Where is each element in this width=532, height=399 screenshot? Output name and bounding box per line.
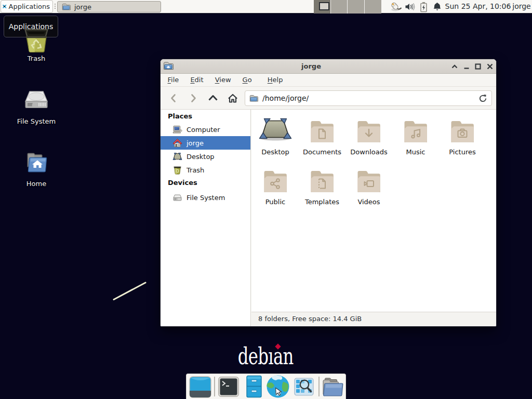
trash-icon [172, 165, 182, 175]
shade-button[interactable] [450, 62, 459, 71]
workspace-1[interactable] [314, 0, 331, 14]
statusbar: 8 folders, Free space: 14.4 GiB [251, 312, 496, 326]
sidebar: Places Computer [161, 110, 251, 326]
up-button[interactable] [206, 91, 220, 105]
file-manager-cabinet-icon[interactable] [246, 375, 262, 398]
pathbar[interactable]: /home/jorge/ [245, 90, 492, 106]
sidebar-header-places: Places [168, 111, 192, 122]
workspace-3[interactable] [348, 0, 365, 14]
xfce-logo-icon [3, 2, 7, 11]
file-item-label: Desktop [261, 149, 289, 156]
menu-go[interactable]: Go [238, 74, 256, 86]
file-item-documents[interactable]: Documents [299, 118, 345, 156]
sidebar-item-computer[interactable]: Computer [161, 123, 250, 136]
file-item-downloads[interactable]: Downloads [345, 118, 392, 156]
workspace-2[interactable] [331, 0, 348, 14]
window-folder-icon [163, 61, 174, 71]
harddrive-icon [172, 193, 182, 203]
sidebar-item-file-system[interactable]: File System [161, 191, 250, 204]
menu-file[interactable]: File [163, 74, 183, 86]
desktop: Applications jorge [0, 0, 532, 399]
statusbar-text: 8 folders, Free space: 14.4 GiB [251, 312, 496, 326]
desktop-icon-label[interactable]: Trash [5, 55, 68, 62]
minimize-button[interactable] [462, 62, 471, 71]
taskbar-window-button[interactable]: jorge [57, 1, 161, 12]
file-item-label: Videos [357, 198, 380, 206]
home-folder-icon[interactable] [24, 151, 49, 175]
web-browser-globe-icon[interactable] [265, 375, 290, 399]
computer-icon [172, 125, 182, 135]
file-item-videos[interactable]: Videos [345, 168, 392, 206]
mouse-icon[interactable] [390, 1, 403, 12]
mnemonic-underline: G [243, 76, 248, 84]
reload-icon[interactable] [478, 94, 487, 103]
desktop-icon-label[interactable]: File System [5, 117, 68, 125]
sidebar-item-desktop[interactable]: Desktop [161, 150, 250, 163]
top-panel: Applications jorge [0, 0, 532, 14]
file-item-label: Templates [305, 198, 339, 206]
folder-download-icon [356, 118, 382, 144]
battery-icon[interactable] [420, 2, 428, 12]
file-item-desktop[interactable]: Desktop [252, 118, 299, 156]
file-item-label: Pictures [449, 149, 475, 156]
file-item-music[interactable]: Music [392, 118, 439, 156]
panel-username[interactable]: jorge [511, 0, 532, 14]
path-input[interactable]: /home/jorge/ [262, 94, 478, 102]
menu-edit[interactable]: Edit [186, 74, 208, 86]
panel-clock[interactable]: Sun 25 Apr, 10:06 [445, 0, 511, 14]
window-title: jorge [270, 59, 353, 74]
notifications-bell-icon[interactable] [433, 2, 442, 11]
trash-icon[interactable] [23, 24, 50, 53]
show-desktop-icon[interactable] [189, 376, 211, 398]
sidebar-item-label: File System [187, 194, 225, 202]
forward-button[interactable] [187, 91, 200, 105]
folder-camera-icon [449, 118, 475, 144]
folder-video-icon [356, 168, 382, 194]
toolbar: /home/jorge/ [161, 87, 496, 110]
sidebar-item-jorge[interactable]: jorge [161, 136, 250, 150]
mnemonic-underline: E [190, 76, 194, 84]
path-folder-icon [249, 95, 258, 102]
back-button[interactable] [167, 91, 180, 105]
sidebar-item-trash[interactable]: Trash [161, 163, 250, 177]
file-list: Desktop Documents [251, 110, 496, 312]
handle-dot [55, 4, 56, 5]
handle-dot [55, 6, 56, 7]
file-item-pictures[interactable]: Pictures [439, 118, 486, 156]
folder-music-icon [403, 118, 429, 144]
window-content: Places Computer [161, 110, 496, 326]
file-item-public[interactable]: Public [252, 168, 299, 206]
close-button[interactable] [485, 62, 495, 71]
sidebar-item-label: jorge [187, 139, 204, 147]
application-finder-icon[interactable] [294, 377, 314, 396]
workspace-4[interactable] [365, 0, 382, 14]
directory-menu-folder-icon[interactable] [321, 377, 344, 397]
workspace-switcher[interactable] [314, 0, 381, 14]
applications-menu-button[interactable]: Applications [1, 0, 53, 13]
dock-separator [214, 377, 215, 396]
file-item-templates[interactable]: Templates [299, 168, 345, 206]
debian-wallpaper-logo: debıan [214, 340, 317, 369]
folder-template-icon [309, 168, 335, 194]
desktop-icon-label[interactable]: Home [5, 180, 68, 188]
titlebar[interactable]: jorge [161, 59, 496, 74]
mnemonic-underline: V [215, 76, 220, 84]
file-item-label: Public [265, 198, 285, 206]
menu-view[interactable]: View [210, 74, 235, 86]
menu-help[interactable]: Help [263, 74, 287, 86]
panel-handle[interactable] [54, 4, 56, 10]
file-item-label: Music [406, 149, 425, 156]
maximize-button[interactable] [473, 62, 483, 71]
folder-document-icon [309, 118, 335, 144]
up-arrow-icon [207, 93, 219, 103]
terminal-icon[interactable] [218, 376, 240, 397]
debian-wordmark: debıan [238, 342, 294, 371]
applications-menu-label: Applications [9, 3, 50, 10]
harddrive-icon[interactable] [23, 90, 49, 112]
folder-share-icon [262, 168, 288, 194]
volume-icon[interactable] [405, 3, 415, 11]
home-button[interactable] [226, 91, 240, 105]
sidebar-item-label: Trash [187, 166, 204, 174]
handle-dot [55, 8, 56, 9]
sidebar-item-label: Desktop [187, 153, 215, 161]
